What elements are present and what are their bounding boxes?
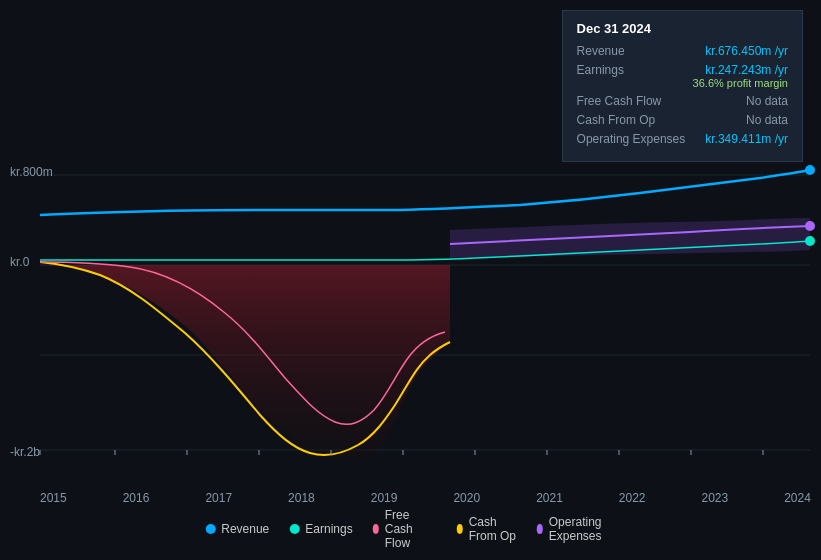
legend-earnings-dot: [289, 524, 299, 534]
y-label-bottom: -kr.2b: [10, 445, 40, 459]
legend-fcf-label: Free Cash Flow: [385, 508, 437, 550]
legend-opex-dot: [537, 524, 543, 534]
legend-cashop[interactable]: Cash From Op: [457, 515, 517, 543]
chart-container: kr.800m kr.0 -kr.2b 2015 2016 2017 2018 …: [0, 0, 821, 560]
tooltip-earnings-row: Earnings kr.247.243m /yr 36.6% profit ma…: [577, 63, 788, 89]
legend-fcf[interactable]: Free Cash Flow: [373, 508, 437, 550]
legend-earnings[interactable]: Earnings: [289, 522, 352, 536]
tooltip-fcf-row: Free Cash Flow No data: [577, 94, 788, 108]
legend-opex-label: Operating Expenses: [549, 515, 616, 543]
x-label-2018: 2018: [288, 491, 315, 505]
tooltip-opex-value: kr.349.411m /yr: [705, 132, 788, 146]
tooltip-cashop-value: No data: [746, 113, 788, 127]
legend-opex[interactable]: Operating Expenses: [537, 515, 616, 543]
tooltip-cashop-label: Cash From Op: [577, 113, 656, 127]
tooltip-earnings-label: Earnings: [577, 63, 624, 77]
tooltip-earnings-sub: 36.6% profit margin: [693, 77, 788, 89]
svg-point-6: [805, 236, 815, 246]
x-label-2024: 2024: [784, 491, 811, 505]
legend-revenue-label: Revenue: [221, 522, 269, 536]
x-label-2016: 2016: [123, 491, 150, 505]
tooltip-opex-label: Operating Expenses: [577, 132, 686, 146]
x-label-2022: 2022: [619, 491, 646, 505]
tooltip-revenue-label: Revenue: [577, 44, 625, 58]
svg-point-5: [805, 165, 815, 175]
y-label-mid: kr.0: [10, 255, 29, 269]
x-label-2017: 2017: [205, 491, 232, 505]
x-label-2023: 2023: [702, 491, 729, 505]
y-label-top: kr.800m: [10, 165, 53, 179]
x-label-2020: 2020: [453, 491, 480, 505]
legend-cashop-label: Cash From Op: [469, 515, 517, 543]
tooltip-fcf-value: No data: [746, 94, 788, 108]
tooltip: Dec 31 2024 Revenue kr.676.450m /yr Earn…: [562, 10, 803, 162]
tooltip-cashop-row: Cash From Op No data: [577, 113, 788, 127]
legend-earnings-label: Earnings: [305, 522, 352, 536]
x-label-2021: 2021: [536, 491, 563, 505]
x-label-2019: 2019: [371, 491, 398, 505]
legend-revenue[interactable]: Revenue: [205, 522, 269, 536]
tooltip-earnings-value: kr.247.243m /yr: [693, 63, 788, 77]
tooltip-revenue-value: kr.676.450m /yr: [705, 44, 788, 58]
tooltip-opex-row: Operating Expenses kr.349.411m /yr: [577, 132, 788, 146]
chart-legend: Revenue Earnings Free Cash Flow Cash Fro…: [205, 508, 616, 550]
tooltip-date: Dec 31 2024: [577, 21, 788, 36]
legend-cashop-dot: [457, 524, 463, 534]
svg-point-7: [805, 221, 815, 231]
tooltip-revenue-row: Revenue kr.676.450m /yr: [577, 44, 788, 58]
tooltip-fcf-label: Free Cash Flow: [577, 94, 662, 108]
x-label-2015: 2015: [40, 491, 67, 505]
x-axis: 2015 2016 2017 2018 2019 2020 2021 2022 …: [40, 491, 811, 505]
legend-revenue-dot: [205, 524, 215, 534]
legend-fcf-dot: [373, 524, 379, 534]
